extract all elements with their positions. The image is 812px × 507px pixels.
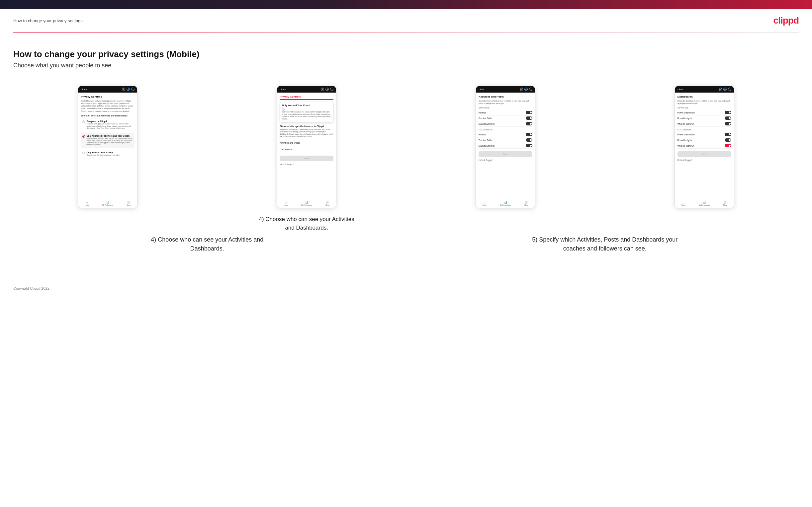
toggle-coaches-insights-switch[interactable] [725,116,731,120]
option-approved[interactable]: Only Approved Followers and Your Coach O… [81,133,135,148]
radio-everyone[interactable] [82,120,85,123]
toggle-followers-manual-switch[interactable] [526,144,532,147]
toggle-followers-rounds-switch[interactable] [526,133,532,136]
caption-4: 4) Choose who can see your Activities an… [141,235,274,253]
toggle-followers-manual: Manual Activities [478,143,532,149]
option-approved-desc: Only approved followers and coaches you … [86,137,133,146]
search-icon[interactable]: 🔍 [122,88,125,91]
home-icon: ⌂ [86,201,88,204]
phone-screen2: ‹ Back 🔍 👤 ⋯ Privacy Controls Only You a… [276,86,337,208]
screen2-col: ‹ Back 🔍 👤 ⋯ Privacy Controls Only You a… [212,86,401,232]
toggle-followers-work-switch[interactable] [725,144,731,147]
coaches-player-label: Player Dashboard [677,111,695,114]
phone4-body: Dashboards Select the dashboards that yo… [675,93,734,199]
menu-activities[interactable]: Activities and Posts › [280,140,334,146]
menu-dashboards[interactable]: Dashboards › [280,146,334,153]
toggle-followers-player-switch[interactable] [725,133,731,136]
popup-radio [282,108,331,111]
nav-performance4[interactable]: 📊 My Performance [699,201,710,206]
more-icon4[interactable]: ⋯ [728,88,731,91]
search-icon4[interactable]: 🔍 [719,88,722,91]
nav-menu3[interactable]: ☰ Menu [524,201,528,206]
phone-screen4: ‹ Back 🔍 👤 ⋯ Dashboards Select the dashb… [674,86,734,208]
toggle-coaches-player-switch[interactable] [725,111,731,114]
option-everyone-desc: Everyone on Clippd can search for you an… [86,123,133,129]
nav-performance[interactable]: 📊 My Performance [102,201,113,206]
radio-approved[interactable] [82,135,85,138]
nav-home3[interactable]: ⌂ Home [483,201,487,206]
phone-screen3: ‹ Back 🔍 👤 ⋯ Activities and Posts Select… [475,86,536,208]
help-label2: Help & Support [280,163,294,166]
search-icon3[interactable]: 🔍 [520,88,523,91]
captions-row: 4) Choose who can see your Activities an… [13,235,799,253]
toggle-coaches-rounds-switch[interactable] [526,111,532,114]
toggle-followers-insights-switch[interactable] [725,138,731,142]
search-icon2[interactable]: 🔍 [321,88,324,91]
phone3-nav: ⌂ Home 📊 My Performance ☰ Menu [476,199,535,208]
toggle-coaches-player: Player Dashboard [677,110,731,115]
chart-icon4: 📊 [702,201,706,204]
nav-home2[interactable]: ⌂ Home [284,201,288,206]
phone2-header: ‹ Back 🔍 👤 ⋯ [277,86,336,93]
popup-radio-dot[interactable] [282,108,285,111]
tab-privacy-controls[interactable]: Privacy Controls [280,95,301,98]
coaches-rounds-label: Rounds [478,111,486,114]
copyright: Copyright Clippd 2022 [13,286,49,290]
more-icon3[interactable]: ⋯ [529,88,532,91]
nav-menu[interactable]: ☰ Menu [127,201,131,206]
top-bar [0,0,812,9]
save-button4[interactable]: Save [677,151,731,157]
followers-section: FOLLOWERS [478,129,532,131]
nav-menu4[interactable]: ☰ Menu [723,201,727,206]
back-button3[interactable]: ‹ Back [478,88,485,91]
chart-icon: 📊 [106,201,110,204]
radio-only-coach[interactable] [82,152,85,154]
option-only-coach[interactable]: Only You and Your Coach Only you and the… [81,150,135,158]
screen4-col: ‹ Back 🔍 👤 ⋯ Dashboards Select the dashb… [610,86,799,232]
nav-home4[interactable]: ⌂ Home [681,201,686,206]
menu-label: Menu [127,205,131,206]
save-button3[interactable]: Save [478,151,532,157]
popup-title: Only You and Your Coach [282,104,331,107]
toggle-coaches-manual-switch[interactable] [526,122,532,125]
main-content: How to change your privacy settings (Mob… [0,33,812,267]
option-everyone[interactable]: Everyone on Clippd Everyone on Clippd ca… [81,118,135,131]
toggle-followers-work: What To Work On [677,143,731,149]
caption2: 4) Choose who can see your Activities an… [257,215,356,232]
help-section3: Help & Support [478,159,532,161]
toggle-coaches-insights: Round Insights [677,115,731,121]
chevron-activities: › [333,142,334,144]
phone4-nav: ⌂ Home 📊 My Performance ☰ Menu [675,199,734,208]
home-label3: Home [483,205,487,206]
breadcrumb: How to change your privacy settings [13,18,83,23]
toggle-followers-player: Player Dashboard [677,132,731,137]
performance-label3: My Performance [500,205,511,206]
nav-performance3[interactable]: 📊 My Performance [500,201,511,206]
back-button4[interactable]: ‹ Back [677,88,683,91]
people-icon2[interactable]: 👤 [325,88,329,91]
option-only-coach-desc: Only you and the coaches you connect wit… [86,154,120,156]
back-button[interactable]: ‹ Back [81,88,87,91]
help-label3: Help & Support [478,159,493,161]
save-button2[interactable]: Save [280,156,334,161]
people-icon3[interactable]: 👤 [524,88,528,91]
more-icon2[interactable]: ⋯ [330,88,334,91]
more-icon[interactable]: ⋯ [131,88,135,91]
toggle-coaches-drills-switch[interactable] [526,116,532,120]
popup-card: Only You and Your Coach Only you and the… [280,102,334,122]
caption-5: 5) Specify which Activities, Posts and D… [522,235,688,253]
tab-header: Privacy Controls [280,95,334,100]
nav-menu2[interactable]: ☰ Menu [326,201,329,206]
chart-icon3: 📊 [504,201,507,204]
people-icon[interactable]: 👤 [126,88,130,91]
nav-performance2[interactable]: 📊 My Performance [301,201,312,206]
home-icon2: ⌂ [285,201,287,204]
people-icon4[interactable]: 👤 [723,88,727,91]
nav-home[interactable]: ⌂ Home [85,201,89,206]
back-button2[interactable]: ‹ Back [280,88,286,91]
performance-label: My Performance [102,205,113,206]
header-icons4: 🔍 👤 ⋯ [719,88,731,91]
toggle-coaches-work-switch[interactable] [725,122,731,125]
toggle-followers-drills-switch[interactable] [526,138,532,142]
menu-icon: ☰ [127,201,130,204]
